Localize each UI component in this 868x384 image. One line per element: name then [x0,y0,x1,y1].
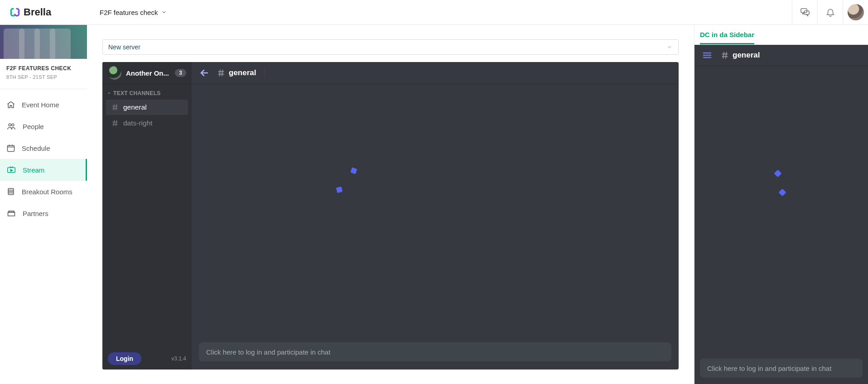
svg-point-2 [9,124,11,126]
sidebar-chat-input-login-cta[interactable]: Click here to log in and participate in … [700,359,863,378]
hash-icon [111,119,120,128]
channel-label: general [123,103,147,111]
guild-header[interactable]: Another On... 3 [102,62,192,84]
chat-icon-button[interactable] [792,0,817,24]
nav-label: Schedule [22,144,50,152]
sidebar-channel-label: general [733,51,760,60]
channels-section[interactable]: TEXT CHANNELS [102,84,192,99]
menu-icon[interactable] [702,50,713,61]
nav-item-schedule[interactable]: Schedule [0,137,87,159]
server-select-label: New server [108,43,140,51]
channel-title: general [216,68,256,78]
event-hero-image [0,25,87,59]
event-title: F2F FEATURES CHECK [6,65,81,72]
sidebar-channel-title: general [720,50,760,60]
discord-widget: Another On... 3 TEXT CHANNELS generaldat… [102,62,679,370]
channels-section-label: TEXT CHANNELS [113,90,161,96]
channel-label: dats-right [123,119,153,127]
sidebar-tab[interactable]: DC in da Sidebar [700,25,754,44]
hash-icon [111,103,120,112]
main-area: New server Another On... 3 [87,25,694,384]
chat-input-login-cta[interactable]: Click here to log in and participate in … [199,342,671,361]
nav-label: Event Home [22,101,59,109]
nav-label: Breakout Rooms [22,188,72,196]
nav-label: Partners [23,210,48,217]
home-icon [6,100,15,109]
hash-icon [216,68,226,78]
channel-dats-right[interactable]: dats-right [106,115,188,131]
chat-icon [800,7,810,18]
bell-icon [825,7,835,17]
sidebar-discord-widget: general Click here to log in and partici… [694,45,868,384]
loading-spinner-dot [779,189,786,197]
left-sidebar: F2F FEATURES CHECK 8TH SEP - 21ST SEP Ev… [0,25,87,384]
context-label: F2F features check [100,9,158,16]
login-button[interactable]: Login [108,352,141,365]
brand-name: Brella [24,6,51,18]
loading-spinner-dot [774,170,782,178]
svg-rect-4 [8,145,14,151]
nav-label: People [23,123,44,130]
chevron-down-icon [161,10,167,15]
brand-logo-area[interactable]: Brella [0,6,87,18]
nav-label: Stream [23,166,44,174]
guild-badge: 3 [175,69,186,77]
people-icon [6,122,16,131]
channel-title-label: general [229,68,256,77]
nav-item-partners[interactable]: Partners [0,202,87,224]
divider [264,67,265,78]
back-arrow-icon[interactable] [199,67,210,78]
channel-general[interactable]: general [106,100,188,115]
loading-spinner-dot [350,167,357,174]
breakout-icon [6,187,15,196]
avatar-menu[interactable] [843,0,868,24]
svg-point-3 [12,124,14,126]
event-dates: 8TH SEP - 21ST SEP [6,74,81,80]
nav-item-breakout[interactable]: Breakout Rooms [0,181,87,202]
nav-item-people[interactable]: People [0,115,87,137]
loading-spinner-dot [336,187,343,193]
hash-icon [720,50,730,60]
server-select-dropdown[interactable]: New server [102,39,679,55]
chevron-down-icon [666,44,673,50]
guild-icon [108,66,121,80]
partners-icon [6,209,16,218]
guild-name: Another On... [126,69,170,77]
stream-icon [6,165,16,174]
right-sidebar: DC in da Sidebar general [694,25,868,384]
context-dropdown[interactable]: F2F features check [87,9,792,16]
schedule-icon [6,144,15,153]
nav-item-home[interactable]: Event Home [0,94,87,115]
widget-version: v3.1.4 [171,355,186,362]
brand-link-icon [9,6,21,18]
chevron-down-icon [107,91,111,96]
bell-icon-button[interactable] [817,0,843,24]
nav-item-stream[interactable]: Stream [0,159,87,181]
avatar [848,4,864,20]
